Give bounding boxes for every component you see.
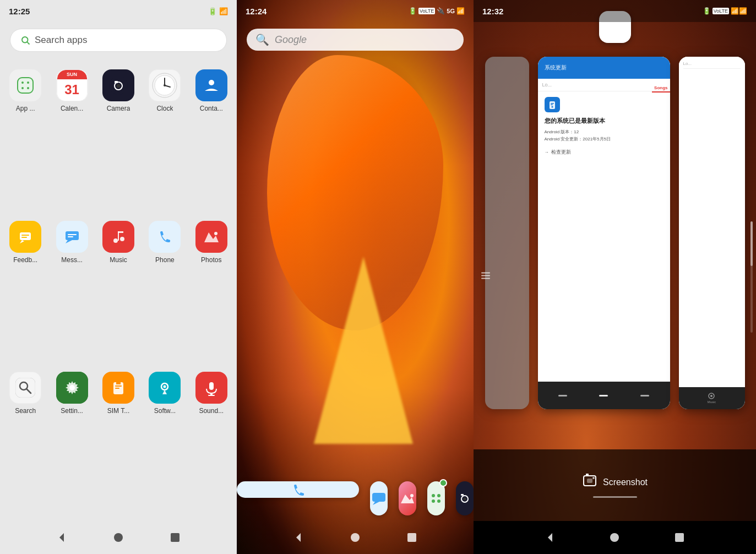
recents-button-p1[interactable] bbox=[167, 530, 183, 545]
app-item-contacts[interactable]: Conta... bbox=[188, 63, 235, 214]
screenshot-bottom-line bbox=[593, 496, 637, 498]
back-button-p1[interactable] bbox=[54, 530, 69, 545]
svg-point-3 bbox=[21, 82, 24, 84]
app-item-feedback[interactable]: Feedb... bbox=[2, 214, 48, 366]
recents-button-p2[interactable] bbox=[404, 530, 420, 545]
messages-icon-svg bbox=[62, 227, 82, 247]
card-3-search: Lo... bbox=[683, 61, 741, 69]
app-item-appstore[interactable]: App ... bbox=[2, 63, 48, 214]
app-item-music[interactable]: Music bbox=[95, 214, 142, 366]
svg-marker-54 bbox=[59, 533, 64, 542]
app-label-search: Search bbox=[15, 407, 36, 415]
app-item-settings[interactable]: Settin... bbox=[48, 365, 95, 517]
screenshot-bar: Screenshot bbox=[474, 449, 756, 521]
card-2-header: 系统更新 bbox=[538, 57, 670, 79]
time-panel1: 12:25 bbox=[9, 7, 30, 16]
app-item-simt[interactable]: SIM T... bbox=[95, 365, 142, 517]
svg-point-85 bbox=[610, 533, 619, 542]
app-label-simt: SIM T... bbox=[107, 407, 129, 415]
home-icon-p3 bbox=[609, 532, 620, 543]
dock-appstore[interactable] bbox=[427, 481, 445, 515]
dock-camera-icon bbox=[456, 490, 473, 507]
dock-camera[interactable] bbox=[456, 481, 474, 515]
svg-point-15 bbox=[164, 84, 166, 86]
dock-phone[interactable] bbox=[237, 481, 359, 498]
app-label-phone: Phone bbox=[155, 256, 175, 264]
app-item-camera[interactable]: Camera bbox=[95, 63, 142, 214]
app-item-messages[interactable]: Mess... bbox=[48, 214, 95, 366]
app-item-softw[interactable]: Softw... bbox=[142, 365, 188, 517]
recent-card-main[interactable]: 系统更新 Lo... 您的系统已是最 bbox=[538, 57, 670, 409]
music-small-icon bbox=[708, 393, 715, 399]
search-app-icon-svg bbox=[15, 378, 35, 398]
signal-icon-p2: 📶 bbox=[456, 7, 465, 15]
app-item-calendar[interactable]: SUN 31 Calen... bbox=[48, 63, 95, 214]
app-label-clock: Clock bbox=[156, 105, 173, 112]
home-button-p2[interactable] bbox=[347, 530, 363, 545]
svg-rect-51 bbox=[209, 382, 214, 390]
app-icon-music bbox=[102, 221, 134, 253]
svg-rect-24 bbox=[66, 231, 79, 240]
app-item-search[interactable]: Search bbox=[2, 365, 48, 517]
search-icon bbox=[20, 35, 30, 45]
songs-tab: Songs bbox=[652, 84, 670, 93]
nav-dot-home bbox=[599, 395, 608, 397]
home-button-p1[interactable] bbox=[111, 530, 126, 545]
card-2-search-row: Lo... bbox=[538, 79, 670, 91]
lo-placeholder: Lo... bbox=[683, 61, 692, 66]
music-icon-svg bbox=[108, 227, 128, 247]
app-icon-softw bbox=[149, 372, 181, 404]
app-label-camera: Camera bbox=[107, 105, 130, 112]
app-item-phone[interactable]: Phone bbox=[142, 214, 188, 366]
nav-bar-panel1 bbox=[0, 521, 237, 554]
recents-button-p3[interactable] bbox=[672, 530, 687, 545]
dock-messages[interactable] bbox=[370, 481, 388, 515]
svg-point-6 bbox=[27, 87, 29, 89]
recent-card-right[interactable]: Lo... Music bbox=[679, 57, 745, 409]
wifi-icon-p2: 🔌 bbox=[437, 7, 445, 15]
app-search-bar[interactable]: Search apps bbox=[10, 29, 227, 52]
svg-marker-45 bbox=[116, 382, 121, 384]
contacts-icon-svg bbox=[202, 75, 221, 95]
scroll-thumb bbox=[750, 221, 753, 265]
home-icon-p1 bbox=[113, 532, 124, 543]
recent-card-left[interactable] bbox=[485, 57, 529, 409]
card-2-content: 系统更新 Lo... 您的系统已是最 bbox=[538, 57, 670, 409]
svg-point-0 bbox=[22, 37, 28, 43]
svg-marker-84 bbox=[548, 533, 552, 542]
app-icon-sound bbox=[195, 372, 227, 404]
back-button-p3[interactable] bbox=[542, 530, 558, 545]
list-icon-svg bbox=[480, 270, 491, 281]
fiveg-label: 5G bbox=[447, 8, 455, 14]
home-button-p3[interactable] bbox=[607, 530, 622, 545]
sound-icon-svg bbox=[202, 378, 221, 398]
dock-photos-icon bbox=[399, 490, 416, 507]
app-icon-camera bbox=[102, 69, 134, 101]
google-search-bar[interactable]: 🔍 Google bbox=[247, 29, 464, 51]
app-item-sound[interactable]: Sound... bbox=[188, 365, 235, 517]
status-icons-panel2: 🔋 VoLTE 🔌 5G 📶 bbox=[409, 7, 465, 15]
dock-messages-icon bbox=[371, 490, 387, 507]
time-panel3: 12:32 bbox=[482, 7, 503, 16]
app-label-appstore: App ... bbox=[16, 105, 35, 112]
app-item-photos[interactable]: Photos bbox=[188, 214, 235, 366]
app-icon-phone bbox=[149, 221, 181, 253]
dock-photos[interactable] bbox=[399, 481, 416, 515]
svg-rect-33 bbox=[155, 227, 175, 247]
recents-icon-p1 bbox=[170, 532, 181, 543]
back-button-p2[interactable] bbox=[291, 530, 306, 545]
app-label-feedback: Feedb... bbox=[13, 256, 37, 264]
scroll-track bbox=[750, 221, 753, 332]
google-placeholder: Google bbox=[275, 34, 307, 46]
check-update-row[interactable]: → 检查更新 bbox=[545, 149, 663, 156]
svg-rect-70 bbox=[407, 533, 416, 542]
svg-rect-81 bbox=[586, 474, 589, 476]
svg-rect-77 bbox=[481, 273, 490, 274]
svg-rect-73 bbox=[551, 103, 554, 104]
svg-rect-19 bbox=[20, 232, 31, 240]
app-item-clock[interactable]: Clock bbox=[142, 63, 188, 214]
svg-point-69 bbox=[351, 533, 360, 542]
screenshot-icon-svg bbox=[582, 473, 597, 488]
status-bar-panel3: 12:32 🔋 VoLTE 📶📶 bbox=[474, 0, 756, 22]
svg-point-64 bbox=[437, 499, 440, 503]
